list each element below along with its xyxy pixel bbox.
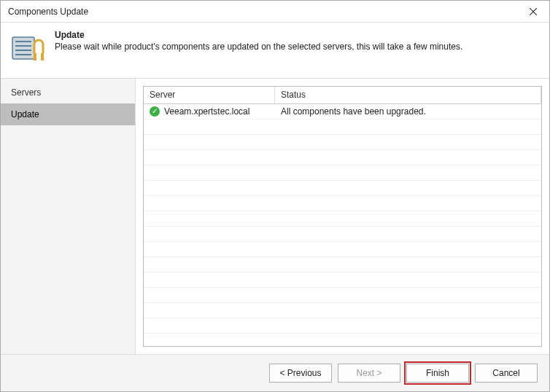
next-button: Next > (338, 364, 400, 383)
close-icon (530, 8, 537, 15)
finish-button[interactable]: Finish (406, 364, 469, 383)
table-header: Server Status (144, 87, 541, 104)
close-button[interactable] (516, 1, 549, 23)
cancel-button[interactable]: Cancel (475, 364, 538, 383)
table-row (144, 135, 541, 150)
titlebar: Components Update (1, 1, 549, 23)
table-row (144, 303, 541, 318)
table-row (144, 211, 541, 227)
cell-server: ✓ Veeam.xpertstec.local (144, 106, 275, 117)
table-body: ✓ Veeam.xpertstec.local All components h… (144, 104, 541, 346)
table-row (144, 288, 541, 303)
sidebar-item-update[interactable]: Update (1, 103, 135, 125)
table-row (144, 165, 541, 181)
table-row (144, 196, 541, 211)
svg-rect-8 (41, 53, 44, 60)
table-row (144, 334, 541, 346)
update-icon (11, 30, 46, 65)
footer: < Previous Next > Finish Cancel (1, 355, 549, 391)
table-row (144, 257, 541, 273)
svg-rect-7 (34, 53, 36, 60)
table-row (144, 227, 541, 242)
success-icon: ✓ (150, 106, 160, 117)
table-row (144, 318, 541, 334)
status-text: All components have been upgraded. (281, 106, 426, 117)
content: Servers Update Server Status ✓ Veeam.xpe… (1, 78, 549, 355)
table-row (144, 242, 541, 257)
column-server[interactable]: Server (144, 87, 275, 103)
header: Update Please wait while product's compo… (1, 23, 549, 78)
table-row (144, 181, 541, 196)
previous-button[interactable]: < Previous (269, 364, 332, 383)
cell-status: All components have been upgraded. (275, 106, 541, 117)
window-title: Components Update (8, 7, 516, 17)
server-name: Veeam.xpertstec.local (164, 106, 249, 117)
table-row[interactable]: ✓ Veeam.xpertstec.local All components h… (144, 104, 541, 119)
page-subtitle: Please wait while product's components a… (55, 42, 462, 52)
column-status[interactable]: Status (275, 87, 541, 103)
svg-rect-2 (12, 37, 34, 59)
main-panel: Server Status ✓ Veeam.xpertstec.local Al… (136, 79, 549, 354)
servers-table: Server Status ✓ Veeam.xpertstec.local Al… (143, 86, 542, 347)
page-title: Update (55, 30, 462, 40)
sidebar: Servers Update (1, 79, 136, 354)
table-row (144, 273, 541, 288)
sidebar-item-servers[interactable]: Servers (1, 82, 135, 103)
table-row (144, 150, 541, 165)
table-row (144, 119, 541, 135)
